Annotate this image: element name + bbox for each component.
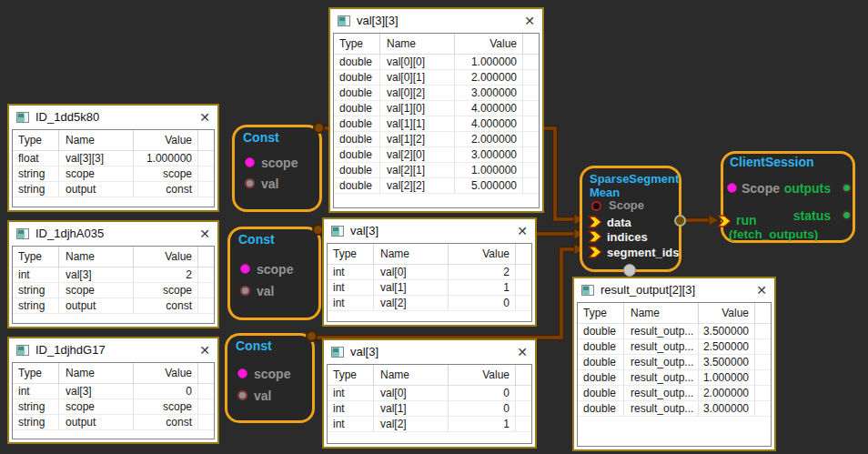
table-row[interactable]: stringoutputconst bbox=[13, 415, 214, 430]
data-table: TypeNameValueintval[3]0stringscopescopes… bbox=[12, 362, 215, 439]
column-header-value[interactable]: Value bbox=[448, 365, 515, 386]
table-row[interactable]: doubleval[0][2]3.000000 bbox=[334, 86, 539, 101]
node-sparse-segment-mean[interactable]: SparseSegment Mean Scope data indices se… bbox=[580, 166, 681, 272]
window-titlebar[interactable]: val[3][3]✕ bbox=[330, 9, 542, 32]
table-row[interactable]: doubleval[2][2]5.000000 bbox=[334, 178, 539, 194]
column-header-type[interactable]: Type bbox=[13, 363, 58, 384]
cell-name: val[1][0] bbox=[379, 101, 454, 116]
column-header-value[interactable]: Value bbox=[454, 34, 522, 55]
window-titlebar[interactable]: ID_1djhdG17✕ bbox=[9, 338, 217, 361]
close-icon[interactable]: ✕ bbox=[517, 225, 528, 237]
node-const-1[interactable]: Const scope val bbox=[232, 125, 322, 212]
table-row[interactable]: doubleresult_outp...2.500000 bbox=[578, 339, 771, 355]
table-row[interactable]: intval[1]1 bbox=[328, 280, 531, 296]
node-client-session[interactable]: ClientSession Scope outputs status run (… bbox=[721, 151, 855, 243]
window-titlebar[interactable]: ID_1djhA035✕ bbox=[9, 222, 217, 245]
table-row[interactable]: intval[2]0 bbox=[328, 296, 531, 311]
table-row[interactable]: intval[2]1 bbox=[328, 417, 531, 432]
table-row[interactable]: stringscopescope bbox=[13, 166, 214, 182]
scope-port[interactable] bbox=[727, 183, 737, 193]
table-row[interactable]: doubleresult_outp...3.500000 bbox=[578, 324, 771, 339]
output-port[interactable] bbox=[674, 215, 686, 227]
close-icon[interactable]: ✕ bbox=[517, 346, 528, 358]
close-icon[interactable]: ✕ bbox=[524, 15, 535, 27]
table-row[interactable]: doubleval[0][0]1.000000 bbox=[334, 55, 539, 70]
node-const-3[interactable]: Const scope val bbox=[225, 333, 315, 423]
table-row[interactable]: stringscopescope bbox=[13, 399, 214, 415]
scope-port[interactable] bbox=[591, 201, 601, 211]
watch-window-id-1djhA035: ID_1djhA035✕TypeNameValueintval[3]2strin… bbox=[7, 220, 219, 328]
column-header-type[interactable]: Type bbox=[334, 34, 379, 55]
window-titlebar[interactable]: val[3]✕ bbox=[324, 340, 535, 363]
table-row[interactable]: floatval[3][3]1.000000 bbox=[13, 151, 214, 166]
window-titlebar[interactable]: result_output[2][3]✕ bbox=[574, 278, 774, 301]
window-title: val[3] bbox=[350, 224, 378, 237]
column-header-type[interactable]: Type bbox=[13, 130, 58, 151]
table-row[interactable]: intval[3]2 bbox=[13, 267, 214, 283]
table-row[interactable]: intval[3]0 bbox=[13, 384, 214, 399]
val-port[interactable] bbox=[237, 390, 247, 400]
table-row[interactable]: stringoutputconst bbox=[13, 298, 214, 314]
input-port-arrow-icon[interactable] bbox=[588, 230, 602, 243]
column-header-name[interactable]: Name bbox=[373, 244, 448, 265]
close-icon[interactable]: ✕ bbox=[756, 284, 767, 297]
column-header-name[interactable]: Name bbox=[58, 363, 133, 384]
column-header-type[interactable]: Type bbox=[13, 247, 58, 267]
column-header-value[interactable]: Value bbox=[133, 247, 197, 267]
table-row[interactable]: intval[0]2 bbox=[328, 265, 531, 280]
column-header-name[interactable]: Name bbox=[379, 34, 454, 55]
column-header-value[interactable]: Value bbox=[448, 244, 515, 265]
table-row[interactable]: doubleresult_outp...3.500000 bbox=[578, 355, 771, 370]
scope-port[interactable] bbox=[245, 157, 255, 167]
column-header-type[interactable]: Type bbox=[328, 244, 373, 265]
close-icon[interactable]: ✕ bbox=[199, 227, 210, 240]
cell-type: int bbox=[328, 265, 373, 279]
val-port[interactable] bbox=[240, 286, 250, 296]
close-icon[interactable]: ✕ bbox=[199, 111, 210, 124]
val-port[interactable] bbox=[245, 178, 255, 188]
bottom-port[interactable] bbox=[623, 264, 636, 277]
window-titlebar[interactable]: val[3]✕ bbox=[324, 219, 535, 242]
column-header-name[interactable]: Name bbox=[58, 130, 133, 151]
data-port-label: data bbox=[607, 216, 631, 229]
table-row[interactable]: doubleresult_outp...1.000000 bbox=[578, 370, 771, 386]
table-row[interactable]: doubleval[0][1]2.000000 bbox=[334, 70, 539, 86]
output-port[interactable] bbox=[306, 330, 318, 342]
status-port[interactable] bbox=[842, 210, 852, 220]
table-row[interactable]: doubleval[2][1]1.000000 bbox=[334, 163, 539, 178]
output-port[interactable] bbox=[313, 122, 325, 134]
table-row[interactable]: doubleval[2][0]3.000000 bbox=[334, 147, 539, 163]
column-header-value[interactable]: Value bbox=[133, 363, 197, 384]
cell-value: const bbox=[133, 182, 197, 197]
table-row[interactable]: doubleval[1][1]4.000000 bbox=[334, 116, 539, 132]
input-port-arrow-icon[interactable] bbox=[588, 216, 602, 228]
column-header-type[interactable]: Type bbox=[578, 303, 623, 324]
column-header-type[interactable]: Type bbox=[328, 365, 373, 386]
column-header-name[interactable]: Name bbox=[373, 365, 448, 386]
table-icon bbox=[331, 226, 344, 237]
column-header-value[interactable]: Value bbox=[698, 303, 754, 324]
run-port-arrow-icon[interactable] bbox=[717, 215, 732, 227]
table-row[interactable]: doubleval[1][0]4.000000 bbox=[334, 101, 539, 116]
table-row[interactable]: doubleresult_outp...2.000000 bbox=[578, 386, 771, 401]
column-header-name[interactable]: Name bbox=[58, 247, 133, 267]
header-gutter bbox=[754, 303, 771, 324]
column-header-name[interactable]: Name bbox=[623, 303, 698, 324]
table-row[interactable]: stringscopescope bbox=[13, 283, 214, 298]
cell-name: val[1] bbox=[373, 401, 448, 416]
node-const-2[interactable]: Const scope val bbox=[227, 227, 321, 320]
scope-port[interactable] bbox=[240, 264, 250, 274]
table-row[interactable]: intval[0]0 bbox=[328, 386, 531, 401]
close-icon[interactable]: ✕ bbox=[199, 344, 210, 357]
row-gutter bbox=[754, 324, 771, 338]
table-row[interactable]: stringoutputconst bbox=[13, 182, 214, 197]
scope-port[interactable] bbox=[237, 368, 247, 378]
window-titlebar[interactable]: ID_1dd5k80✕ bbox=[9, 106, 217, 128]
table-row[interactable]: intval[1]0 bbox=[328, 401, 531, 417]
cell-type: double bbox=[578, 386, 623, 400]
table-row[interactable]: doubleval[1][2]2.000000 bbox=[334, 132, 539, 147]
input-port-arrow-icon[interactable] bbox=[588, 246, 602, 258]
table-row[interactable]: doubleresult_outp...3.000000 bbox=[578, 401, 771, 417]
outputs-port[interactable] bbox=[842, 183, 852, 193]
column-header-value[interactable]: Value bbox=[133, 130, 197, 151]
